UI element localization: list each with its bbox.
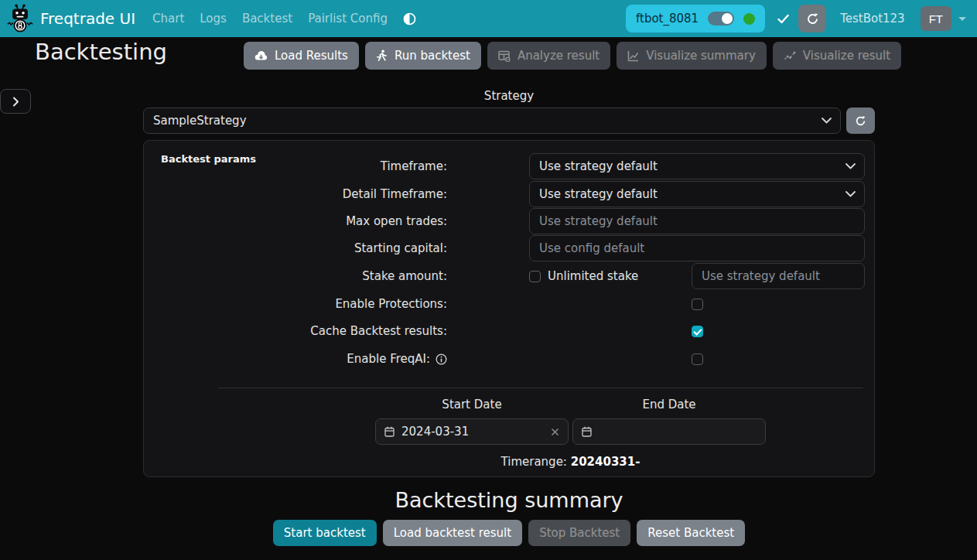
stake-amount-label: Stake amount: — [144, 269, 447, 283]
chart-scatter-icon — [784, 50, 796, 61]
max-open-trades-label: Max open trades: — [144, 214, 447, 228]
freqtrade-robot-logo-icon — [6, 3, 34, 34]
clear-start-date-icon[interactable] — [551, 428, 559, 436]
unlimited-stake-checkbox[interactable] — [529, 271, 541, 282]
enable-freqai-checkbox[interactable] — [692, 353, 703, 365]
theme-half-circle-icon — [403, 12, 416, 26]
detail-timeframe-label: Detail Timeframe: — [144, 187, 447, 201]
theme-toggle-button[interactable] — [395, 6, 424, 32]
navbar: Freqtrade UI Chart Logs Backtest Pairlis… — [0, 0, 977, 37]
starting-capital-input[interactable] — [529, 235, 865, 261]
strategy-section: Strategy SampleStrategy — [143, 89, 875, 134]
stop-backtest-button[interactable]: Stop Backtest — [528, 520, 630, 546]
bot-toggle[interactable] — [708, 12, 734, 26]
backtesting-summary-title: Backtesting summary — [143, 488, 875, 512]
start-date-input[interactable]: 2024-03-31 — [375, 418, 569, 445]
enable-protections-checkbox[interactable] — [692, 299, 703, 310]
load-results-button[interactable]: Load Results — [244, 42, 359, 70]
date-range-section: Start Date End Date 2024-03-31 Timer — [375, 398, 766, 469]
start-backtest-button[interactable]: Start backtest — [273, 520, 377, 546]
max-open-trades-input[interactable] — [529, 208, 865, 234]
divider — [218, 388, 863, 388]
timeframe-label: Timeframe: — [144, 159, 447, 173]
visualize-result-button[interactable]: Visualize result — [773, 42, 901, 70]
start-date-label: Start Date — [375, 398, 569, 411]
logged-in-username: TestBot123 — [840, 12, 905, 26]
enable-freqai-label: Enable FreqAI: — [144, 352, 447, 366]
cache-backtest-results-checkbox[interactable] — [692, 326, 703, 337]
nav-item-logs[interactable]: Logs — [192, 5, 234, 32]
bot-online-status-dot — [743, 13, 755, 25]
starting-capital-label: Starting capital: — [144, 241, 447, 255]
avatar: FT — [929, 12, 943, 26]
timerange-value: 20240331- — [571, 455, 641, 469]
load-backtest-result-button[interactable]: Load backtest result — [383, 520, 522, 546]
nav-item-backtest[interactable]: Backtest — [234, 5, 300, 32]
summary-actions: Start backtest Load backtest result Stop… — [143, 520, 875, 546]
cache-backtest-results-label: Cache Backtest results: — [144, 324, 447, 338]
calendar-icon — [384, 426, 395, 437]
refresh-strategy-list-button[interactable] — [846, 108, 875, 134]
header-actions: Load Results Run backtest Analyze result — [244, 42, 901, 70]
strategy-label: Strategy — [143, 89, 875, 103]
person-running-icon — [376, 50, 388, 62]
chevron-right-icon — [12, 97, 19, 107]
table-gear-icon — [498, 50, 511, 62]
page-title: Backtesting — [35, 39, 167, 65]
cloud-download-icon — [254, 50, 268, 61]
info-icon[interactable] — [436, 353, 447, 365]
run-backtest-button[interactable]: Run backtest — [365, 42, 481, 70]
end-date-input[interactable] — [572, 418, 766, 445]
bot-name: ftbot_8081 — [636, 12, 699, 26]
nav-links: Chart Logs Backtest Pairlist Config — [145, 5, 424, 32]
analyze-result-button[interactable]: Analyze result — [487, 42, 610, 70]
visualize-summary-button[interactable]: Visualize summary — [617, 42, 767, 70]
chevron-down-icon[interactable] — [958, 17, 966, 21]
enable-protections-label: Enable Protections: — [144, 297, 447, 311]
nav-item-chart[interactable]: Chart — [145, 5, 192, 32]
timerange-text: Timerange: 20240331- — [375, 455, 766, 469]
reset-backtest-button[interactable]: Reset Backtest — [637, 520, 745, 546]
brand[interactable]: Freqtrade UI — [6, 3, 135, 34]
navbar-right: ftbot_8081 TestBot123 FT — [626, 5, 966, 32]
start-date-value: 2024-03-31 — [401, 425, 469, 439]
backtest-params-panel: Backtest params Timeframe: Use strategy … — [143, 140, 875, 477]
refresh-icon — [806, 12, 819, 26]
stake-amount-input[interactable] — [692, 263, 865, 289]
end-date-label: End Date — [572, 398, 766, 411]
chevron-down-icon — [845, 163, 856, 169]
user-menu-button[interactable]: FT — [921, 6, 951, 31]
refresh-icon — [855, 115, 866, 127]
strategy-select[interactable]: SampleStrategy — [143, 108, 841, 134]
brand-title: Freqtrade UI — [40, 9, 135, 28]
check-icon — [777, 14, 789, 24]
bot-selector[interactable]: ftbot_8081 — [626, 5, 765, 32]
calendar-icon — [582, 426, 592, 437]
unlimited-stake-label: Unlimited stake — [548, 269, 638, 283]
reload-bot-button[interactable] — [798, 5, 826, 32]
nav-item-pairlist-config[interactable]: Pairlist Config — [300, 5, 395, 32]
chevron-down-icon — [845, 191, 856, 197]
detail-timeframe-select[interactable]: Use strategy default — [529, 181, 865, 207]
sidebar-expand-button[interactable] — [0, 89, 31, 114]
chevron-down-icon — [822, 118, 832, 124]
strategy-selected-value: SampleStrategy — [153, 114, 247, 128]
chart-line-icon — [627, 50, 639, 62]
timeframe-select[interactable]: Use strategy default — [529, 153, 865, 179]
